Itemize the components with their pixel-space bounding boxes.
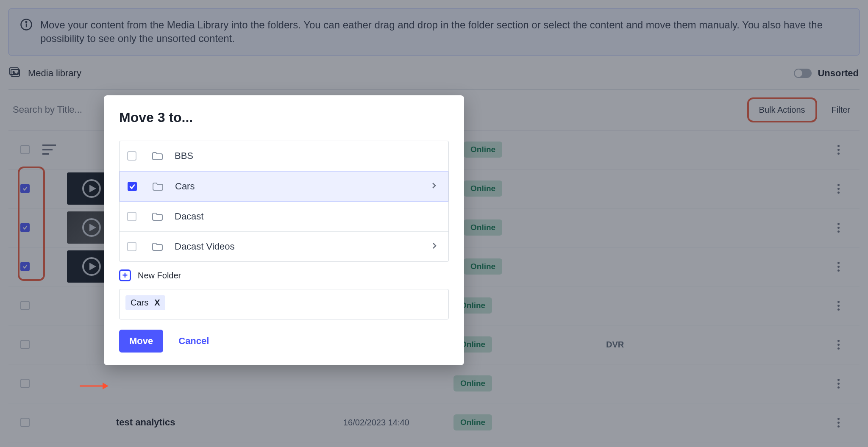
arrow-annotation <box>79 380 108 393</box>
folder-row[interactable]: Cars <box>120 171 448 202</box>
folder-list: BBSCarsDacastDacast Videos <box>119 141 449 262</box>
folder-icon <box>152 151 163 161</box>
folder-checkbox[interactable] <box>127 242 136 251</box>
folder-row[interactable]: BBS <box>120 141 448 171</box>
folder-name: BBS <box>175 150 438 161</box>
folder-icon <box>152 242 163 251</box>
plus-icon: + <box>119 269 131 281</box>
destination-chip: Cars X <box>125 295 165 310</box>
selected-destination-box: Cars X <box>119 289 449 319</box>
cancel-button[interactable]: Cancel <box>178 336 209 347</box>
folder-name: Cars <box>175 181 430 192</box>
chip-remove-icon[interactable]: X <box>154 298 160 308</box>
folder-icon <box>152 212 163 221</box>
move-modal: Move 3 to... BBSCarsDacastDacast Videos … <box>104 95 464 365</box>
new-folder-label: New Folder <box>138 271 181 280</box>
new-folder-button[interactable]: + New Folder <box>119 269 449 281</box>
folder-checkbox[interactable] <box>128 182 137 191</box>
folder-checkbox[interactable] <box>127 151 136 161</box>
svg-marker-16 <box>103 383 108 389</box>
chevron-right-icon[interactable] <box>430 182 438 191</box>
modal-title: Move 3 to... <box>119 110 449 125</box>
folder-icon <box>152 182 163 191</box>
folder-row[interactable]: Dacast Videos <box>120 232 448 261</box>
folder-checkbox[interactable] <box>127 212 136 221</box>
move-button[interactable]: Move <box>119 330 163 353</box>
chevron-right-icon[interactable] <box>431 242 438 251</box>
folder-name: Dacast Videos <box>175 241 431 252</box>
folder-name: Dacast <box>175 211 438 222</box>
chip-label: Cars <box>131 298 148 308</box>
folder-row[interactable]: Dacast <box>120 202 448 232</box>
